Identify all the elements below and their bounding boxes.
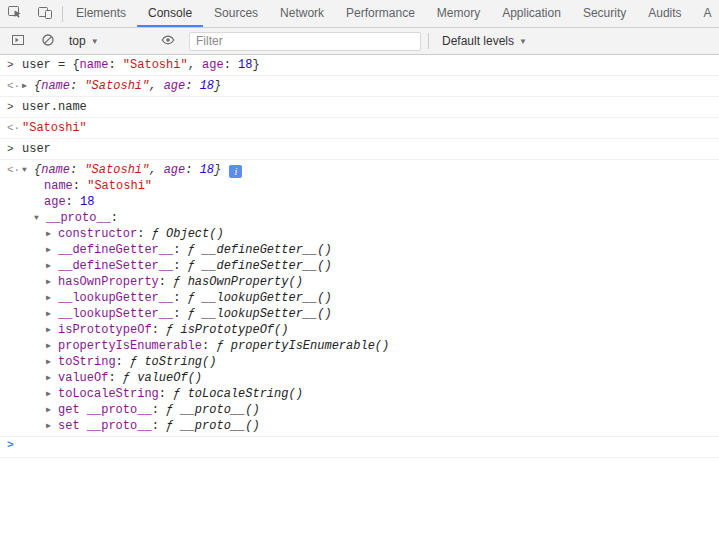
console-token: propertyIsEnumerable xyxy=(58,339,202,353)
console-token: get __proto__ xyxy=(58,403,152,417)
execution-context-selector[interactable]: top ▼ xyxy=(63,34,149,48)
console-token: : xyxy=(70,163,84,177)
clear-console-button[interactable] xyxy=(33,33,63,50)
console-token: ƒ toString() xyxy=(130,355,216,369)
console-token: : xyxy=(108,371,122,385)
device-toolbar-button[interactable] xyxy=(30,0,60,27)
console-token: name xyxy=(80,58,109,72)
console-token: 18 xyxy=(80,195,94,209)
disclosure-collapsed-icon[interactable]: ▶ xyxy=(46,418,58,434)
tab-memory[interactable]: Memory xyxy=(426,0,491,27)
log-levels-label: Default levels xyxy=(442,34,514,48)
console-message-input: >user.name xyxy=(0,97,719,118)
console-token: , xyxy=(149,79,163,93)
console-token: 18 xyxy=(200,163,214,177)
disclosure-expanded-icon[interactable]: ▼ xyxy=(22,162,34,178)
tab-application[interactable]: Application xyxy=(491,0,572,27)
input-chevron-icon: > xyxy=(7,57,14,73)
input-chevron-icon: > xyxy=(7,141,14,157)
console-token: ƒ valueOf() xyxy=(123,371,202,385)
tab-audits[interactable]: Audits xyxy=(637,0,692,27)
console-message-result: <·"Satoshi" xyxy=(0,118,719,139)
console-token: : xyxy=(173,259,187,273)
filter-input[interactable] xyxy=(189,32,421,51)
result-arrow-icon: <· xyxy=(7,162,20,178)
console-token: : xyxy=(73,179,87,193)
tab-security[interactable]: Security xyxy=(572,0,637,27)
console-token: isPrototypeOf xyxy=(58,323,152,337)
log-levels-selector[interactable]: Default levels ▼ xyxy=(436,34,533,48)
console-token: : xyxy=(159,387,173,401)
disclosure-collapsed-icon[interactable]: ▶ xyxy=(46,226,58,242)
console-token: set __proto__ xyxy=(58,419,152,433)
disclosure-collapsed-icon[interactable]: ▶ xyxy=(22,78,34,94)
console-token: 18 xyxy=(200,79,214,93)
console-token: user.name xyxy=(22,100,87,114)
disclosure-collapsed-icon[interactable]: ▶ xyxy=(46,274,58,290)
chevron-down-icon: ▼ xyxy=(91,37,99,46)
chevron-down-icon: ▼ xyxy=(519,37,527,46)
disclosure-collapsed-icon[interactable]: ▶ xyxy=(46,306,58,322)
console-token: ƒ toLocaleString() xyxy=(173,387,303,401)
console-token: } xyxy=(214,79,221,93)
toolbar-separator xyxy=(428,33,429,49)
tab-elements[interactable]: Elements xyxy=(65,0,137,27)
console-token: ƒ isPrototypeOf() xyxy=(166,323,288,337)
console-token: __proto__ xyxy=(46,211,111,225)
disclosure-collapsed-icon[interactable]: ▶ xyxy=(46,386,58,402)
clear-console-icon xyxy=(41,33,55,50)
disclosure-collapsed-icon[interactable]: ▶ xyxy=(46,338,58,354)
console-token: : xyxy=(159,275,173,289)
console-token: __lookupSetter__ xyxy=(58,307,173,321)
console-token: user xyxy=(22,142,51,156)
execution-context-label: top xyxy=(69,34,86,48)
console-token: : xyxy=(70,79,84,93)
panel-tabs: ElementsConsoleSourcesNetworkPerformance… xyxy=(65,0,719,27)
object-info-badge[interactable]: i xyxy=(229,165,242,178)
console-token: , xyxy=(188,58,202,72)
console-token: ƒ __lookupGetter__() xyxy=(188,291,332,305)
console-token: name xyxy=(44,179,73,193)
disclosure-collapsed-icon[interactable]: ▶ xyxy=(46,258,58,274)
show-console-sidebar-button[interactable] xyxy=(3,33,33,50)
console-token: : xyxy=(202,339,216,353)
disclosure-collapsed-icon[interactable]: ▶ xyxy=(46,402,58,418)
console-token: } xyxy=(214,163,221,177)
console-token: name xyxy=(41,163,70,177)
console-token: ƒ __defineSetter__() xyxy=(188,259,332,273)
console-token: ƒ Object() xyxy=(152,227,224,241)
disclosure-collapsed-icon[interactable]: ▶ xyxy=(46,354,58,370)
inspect-element-button[interactable] xyxy=(0,0,30,27)
console-token: constructor xyxy=(58,227,137,241)
console-token: valueOf xyxy=(58,371,108,385)
devtools-window: ElementsConsoleSourcesNetworkPerformance… xyxy=(0,0,719,538)
console-token: age xyxy=(44,195,66,209)
console-token: , xyxy=(149,163,163,177)
tab-console[interactable]: Console xyxy=(137,0,203,27)
disclosure-collapsed-icon[interactable]: ▶ xyxy=(46,242,58,258)
console-token: : xyxy=(66,195,80,209)
console-token: age xyxy=(202,58,224,72)
tab-performance[interactable]: Performance xyxy=(335,0,426,27)
eye-icon xyxy=(160,32,176,51)
create-live-expression-button[interactable] xyxy=(153,32,183,51)
console-token: : xyxy=(152,403,166,417)
inspect-element-icon xyxy=(7,4,23,23)
disclosure-collapsed-icon[interactable]: ▶ xyxy=(46,322,58,338)
prompt-chevron-icon: > xyxy=(7,437,14,453)
disclosure-collapsed-icon[interactable]: ▶ xyxy=(46,290,58,306)
tab-network[interactable]: Network xyxy=(269,0,335,27)
input-chevron-icon: > xyxy=(7,99,14,115)
console-token: user = { xyxy=(22,58,80,72)
disclosure-collapsed-icon[interactable]: ▶ xyxy=(46,370,58,386)
tab-a[interactable]: A xyxy=(693,0,719,27)
console-token: "Satoshi" xyxy=(123,58,188,72)
console-token: : xyxy=(185,163,199,177)
tab-sources[interactable]: Sources xyxy=(203,0,269,27)
console-token: __lookupGetter__ xyxy=(58,291,173,305)
console-token: 18 xyxy=(238,58,252,72)
console-message-input: >user xyxy=(0,139,719,160)
console-token: hasOwnProperty xyxy=(58,275,159,289)
console-prompt[interactable]: > xyxy=(0,437,719,458)
disclosure-expanded-icon[interactable]: ▼ xyxy=(34,210,46,226)
